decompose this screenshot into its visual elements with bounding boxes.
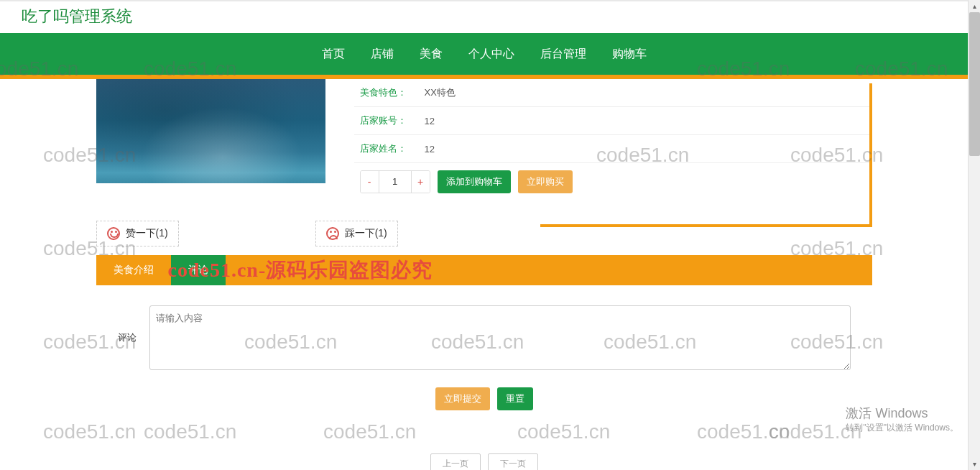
account-label: 店家账号： — [360, 114, 425, 127]
submit-button[interactable]: 立即提交 — [435, 387, 490, 410]
main-nav: 首页 店铺 美食 个人中心 后台管理 购物车 — [0, 33, 968, 75]
reset-button[interactable]: 重置 — [497, 387, 533, 410]
nav-profile[interactable]: 个人中心 — [464, 44, 519, 65]
account-value: 12 — [425, 116, 435, 126]
feature-label: 美食特色： — [360, 86, 425, 99]
nav-admin[interactable]: 后台管理 — [536, 44, 591, 65]
nav-food[interactable]: 美食 — [415, 44, 447, 65]
like-button[interactable]: 赞一下(1) — [96, 221, 179, 246]
product-image — [96, 79, 325, 183]
windows-activation-notice: 激活 Windows 转到"设置"以激活 Windows。 — [846, 405, 958, 434]
smile-icon — [107, 227, 120, 240]
tab-reviews[interactable]: 评论 — [171, 255, 226, 285]
like-label: 赞一下(1) — [126, 227, 168, 240]
vertical-scrollbar[interactable]: ▴ ▾ — [968, 0, 980, 470]
qty-value: 1 — [379, 171, 411, 193]
qty-plus-button[interactable]: + — [411, 171, 430, 193]
dislike-button[interactable]: 踩一下(1) — [315, 221, 398, 246]
tab-bar: 美食介绍 评论 code51.cn-源码乐园盗图必究 — [96, 255, 872, 285]
next-page-button[interactable]: 下一页 — [488, 453, 538, 470]
feature-value: XX特色 — [425, 86, 456, 99]
scroll-up-icon[interactable]: ▴ — [969, 0, 980, 12]
scrollbar-thumb[interactable] — [969, 12, 980, 156]
product-info: 美食特色： XX特色 店家账号： 12 店家姓名： 12 - 1 + — [354, 79, 872, 201]
comment-label: 评论 — [118, 331, 137, 344]
nav-shop[interactable]: 店铺 — [366, 44, 398, 65]
sad-icon — [326, 227, 339, 240]
scroll-down-icon[interactable]: ▾ — [969, 458, 980, 470]
qty-minus-button[interactable]: - — [361, 171, 379, 193]
nav-cart[interactable]: 购物车 — [608, 44, 651, 65]
brand-title: 吃了吗管理系统 — [0, 1, 968, 33]
tab-intro[interactable]: 美食介绍 — [96, 255, 171, 285]
add-to-cart-button[interactable]: 添加到购物车 — [438, 170, 511, 193]
comment-input[interactable] — [149, 305, 851, 370]
buy-now-button[interactable]: 立即购买 — [518, 170, 573, 193]
nav-home[interactable]: 首页 — [318, 44, 349, 65]
shop-name-value: 12 — [425, 144, 435, 155]
activation-title: 激活 Windows — [846, 405, 958, 422]
prev-page-button[interactable]: 上一页 — [430, 453, 481, 470]
shop-name-label: 店家姓名： — [360, 142, 425, 155]
quantity-stepper: - 1 + — [360, 170, 430, 193]
activation-subtitle: 转到"设置"以激活 Windows。 — [846, 422, 958, 434]
dislike-label: 踩一下(1) — [345, 227, 387, 240]
